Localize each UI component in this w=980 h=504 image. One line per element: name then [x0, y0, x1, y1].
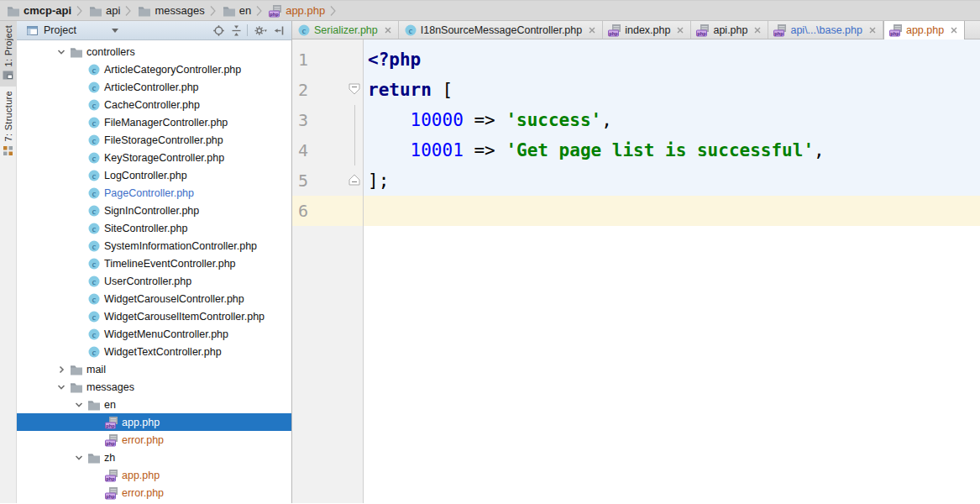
close-icon[interactable] — [676, 26, 684, 34]
close-icon — [588, 26, 596, 34]
tree-chevron-slot[interactable] — [55, 381, 70, 394]
tree-item-label: messages — [86, 381, 134, 393]
tree-row-articlecontroller-php[interactable]: cArticleController.php — [17, 78, 291, 96]
tree-row-widgetcarouselitemcontroller-php[interactable]: cWidgetCarouselItemController.php — [17, 307, 291, 325]
tree-row-logcontroller-php[interactable]: cLogController.php — [17, 166, 291, 184]
code-editor[interactable]: 1<?php2return [3 10000 => 'success',4 10… — [292, 39, 980, 503]
tree-row-keystoragecontroller-php[interactable]: cKeyStorageController.php — [17, 149, 291, 166]
tree-row-filestoragecontroller-php[interactable]: cFileStorageController.php — [17, 131, 291, 149]
tree-row-error-php[interactable]: phperror.php — [17, 484, 291, 501]
fold-gutter[interactable] — [348, 75, 364, 105]
tree-row-en[interactable]: en — [17, 396, 291, 413]
tree-item-label: WidgetCarouselController.php — [104, 293, 244, 305]
crumb-sep-icon — [256, 5, 263, 17]
tree-item-label: TimelineEventController.php — [104, 258, 236, 270]
close-icon[interactable] — [868, 26, 877, 34]
hide-button[interactable] — [271, 23, 286, 38]
tree-row-filemanagercontroller-php[interactable]: cFileManagerController.php — [17, 113, 291, 131]
chevron-down-icon[interactable] — [112, 29, 118, 33]
tool-window-tab-structure[interactable]: 7: Structure — [0, 87, 17, 161]
svg-text:c: c — [409, 25, 413, 34]
editor-tab-api-base-php[interactable]: phpapi\...\base.php — [768, 21, 883, 39]
code-line-5: 5]; — [292, 165, 980, 196]
tree-item-label: WidgetMenuController.php — [104, 328, 228, 340]
token-plain — [368, 110, 411, 130]
tree-row-widgettextcontroller-php[interactable]: cWidgetTextController.php — [17, 343, 291, 360]
line-number — [292, 226, 348, 503]
editor-tab-api-php[interactable]: phpapi.php — [691, 21, 768, 39]
code-text[interactable] — [364, 196, 980, 226]
tree-row-app-php[interactable]: phpapp.php — [17, 413, 291, 431]
tree-item-label: FileManagerController.php — [104, 117, 228, 129]
tool-window-tab-project[interactable]: 1: Project — [0, 21, 17, 87]
locate-button[interactable] — [211, 23, 226, 38]
svg-text:c: c — [92, 206, 97, 215]
editor-tab-app-php[interactable]: phpapp.php — [883, 21, 965, 39]
close-icon[interactable] — [950, 26, 958, 34]
breadcrumb-item-app-php[interactable]: phpapp.php — [267, 1, 327, 20]
tree-row-pagecontroller-php[interactable]: cPageController.php — [17, 184, 291, 202]
editor-tab-i18nsourcemessagecontroller-php[interactable]: cI18nSourceMessageController.php — [399, 21, 603, 39]
code-text[interactable]: 10001 => 'Get page list is successful', — [364, 135, 980, 165]
editor-tab-index-php[interactable]: phpindex.php — [603, 21, 691, 39]
class-icon: c — [87, 134, 101, 147]
close-icon — [950, 26, 958, 34]
class-icon: c — [87, 98, 101, 112]
svg-text:c: c — [302, 25, 307, 34]
tree-row-app-php[interactable]: phpapp.php — [17, 466, 291, 484]
breadcrumb-item-api[interactable]: api — [87, 1, 122, 20]
code-text[interactable] — [364, 226, 980, 503]
tree-chevron-slot[interactable] — [72, 451, 87, 465]
tree-chevron-slot[interactable] — [72, 398, 87, 412]
token-plain: , — [601, 110, 612, 130]
tree-row-controllers[interactable]: controllers — [17, 43, 291, 60]
close-icon[interactable] — [753, 26, 762, 34]
close-icon[interactable] — [384, 26, 392, 34]
tree-row-error-php[interactable]: phperror.php — [17, 431, 291, 449]
svg-text:c: c — [92, 223, 97, 233]
code-text[interactable]: ]; — [364, 165, 980, 196]
tree-row-cachecontroller-php[interactable]: cCacheController.php — [17, 96, 291, 113]
tree-row-articlecategorycontroller-php[interactable]: cArticleCategoryController.php — [17, 60, 291, 78]
tree-row-widgetmenucontroller-php[interactable]: cWidgetMenuController.php — [17, 325, 291, 343]
tree-row-systeminformationcontroller-php[interactable]: cSystemInformationController.php — [17, 237, 291, 255]
svg-text:c: c — [92, 329, 97, 339]
breadcrumb-label: cmcp-api — [24, 4, 71, 17]
class-icon: c — [87, 116, 101, 129]
tree-row-signincontroller-php[interactable]: cSignInController.php — [17, 202, 291, 219]
tree-row-mail[interactable]: mail — [17, 360, 291, 378]
tree-row-zh[interactable]: zh — [17, 449, 291, 466]
tree-row-usercontroller-php[interactable]: cUserController.php — [17, 272, 291, 290]
svg-text:c: c — [92, 294, 97, 303]
code-text[interactable]: return [ — [364, 75, 980, 105]
code-text[interactable]: 10000 => 'success', — [364, 105, 980, 135]
project-panel-title: Project — [44, 24, 76, 36]
tree-row-messages[interactable]: messages — [17, 378, 291, 396]
tree-chevron-slot[interactable] — [55, 363, 70, 376]
fold-gutter[interactable] — [348, 165, 364, 196]
editor-tab-bar: cSerializer.phpcI18nSourceMessageControl… — [292, 21, 980, 39]
breadcrumb-item-cmcp-api[interactable]: cmcp-api — [5, 1, 73, 20]
class-icon: c — [87, 204, 101, 218]
code-text[interactable]: <?php — [364, 45, 980, 75]
class-icon: c — [87, 310, 101, 323]
gear-button[interactable] — [254, 23, 269, 38]
php-icon: php — [696, 24, 710, 37]
svg-text:php: php — [698, 30, 707, 35]
editor-tab-serializer-php[interactable]: cSerializer.php — [292, 21, 399, 39]
code-line-2: 2return [ — [292, 75, 980, 105]
tree-row-timelineeventcontroller-php[interactable]: cTimelineEventController.php — [17, 255, 291, 272]
fold-gutter — [348, 105, 364, 135]
svg-text:c: c — [92, 347, 97, 356]
tree-row-widgetcarouselcontroller-php[interactable]: cWidgetCarouselController.php — [17, 290, 291, 307]
tree-chevron-slot[interactable] — [55, 45, 70, 59]
close-icon[interactable] — [588, 26, 596, 34]
collapse-all-button[interactable] — [228, 23, 244, 38]
breadcrumb-item-messages[interactable]: messages — [136, 1, 206, 20]
code-line-6: 6 — [292, 196, 980, 226]
breadcrumb-item-en[interactable]: en — [221, 1, 253, 20]
tree-row-sitecontroller-php[interactable]: cSiteController.php — [17, 219, 291, 237]
php-icon: php — [105, 486, 118, 500]
code-line-filler — [292, 226, 980, 503]
class-icon: c — [87, 345, 101, 359]
